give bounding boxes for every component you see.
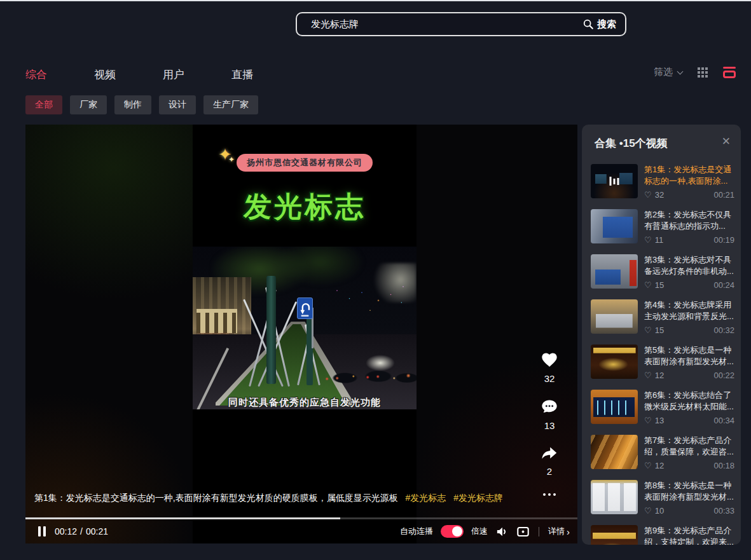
collection-video-item[interactable]: 第8集：发光标志是一种表面附涂有新型发光材... ♡ 10 00:33 bbox=[591, 480, 734, 517]
video-duration: 00:18 bbox=[713, 461, 734, 470]
filter-chip[interactable]: 厂家 bbox=[70, 95, 107, 114]
grid-icon bbox=[698, 67, 700, 70]
video-player[interactable]: ✦ 扬州市恩信交通器材有限公司 发光标志 bbox=[25, 125, 577, 543]
heart-outline-icon: ♡ bbox=[644, 416, 652, 425]
company-banner: 扬州市恩信交通器材有限公司 bbox=[237, 154, 373, 172]
collection-video-item[interactable]: 第3集：发光标志对不具备远光灯条件的非机动... ♡ 15 00:24 bbox=[591, 254, 734, 291]
search-button[interactable]: 搜索 bbox=[582, 18, 616, 31]
close-icon[interactable]: ✕ bbox=[722, 135, 731, 148]
details-label: 详情 bbox=[548, 526, 565, 537]
comment-button[interactable] bbox=[541, 398, 558, 416]
filter-label: 筛选 bbox=[654, 66, 673, 78]
video-title: 第4集：发光标志牌采用主动发光源和背景反光... bbox=[644, 299, 734, 322]
like-count: 13 bbox=[655, 416, 664, 425]
collection-video-item[interactable]: 第5集：发光标志是一种表面附涂有新型发光材... ♡ 12 00:22 bbox=[591, 345, 734, 381]
collection-title: 合集 •15个视频 bbox=[595, 137, 668, 149]
pause-icon bbox=[38, 526, 41, 536]
video-thumbnail[interactable] bbox=[591, 435, 638, 469]
collection-video-item[interactable]: 第4集：发光标志牌采用主动发光源和背景反光... ♡ 15 00:32 bbox=[591, 299, 734, 336]
like-count: 10 bbox=[655, 506, 664, 516]
video-thumbnail[interactable] bbox=[591, 480, 638, 514]
hashtag-link[interactable]: #发光标志 bbox=[406, 493, 446, 503]
video-duration: 00:32 bbox=[713, 325, 734, 335]
collection-video-item[interactable]: 第2集：发光标志不仅具有普通标志的指示功... ♡ 11 00:19 bbox=[591, 209, 734, 246]
collection-list: 第1集：发光标志是交通标志的一种,表面附涂... ♡ 32 00:21 第2集：… bbox=[591, 159, 734, 545]
video-subtitle: 同时还具备优秀的应急自发光功能 bbox=[193, 397, 417, 409]
heart-outline-icon: ♡ bbox=[644, 280, 652, 290]
search-bar: 搜索 bbox=[296, 12, 626, 36]
autoplay-label: 自动连播 bbox=[400, 526, 433, 537]
pause-button[interactable] bbox=[38, 526, 46, 536]
video-duration: 00:19 bbox=[713, 235, 734, 245]
video-thumbnail[interactable] bbox=[591, 390, 638, 424]
video-thumbnail[interactable] bbox=[591, 345, 638, 379]
filter-chip[interactable]: 设计 bbox=[159, 95, 196, 114]
video-title: 第3集：发光标志对不具备远光灯条件的非机动... bbox=[644, 254, 734, 277]
collection-video-item[interactable]: 第9集：发光标志产品介绍，支持定制，欢迎来... ♡ bbox=[591, 525, 734, 545]
result-tab[interactable]: 用户 bbox=[163, 67, 184, 82]
u-turn-road-sign bbox=[297, 297, 313, 319]
like-count: 15 bbox=[655, 325, 664, 335]
sparkle-icon: ✦ bbox=[218, 145, 232, 165]
headlight-glow bbox=[366, 355, 395, 371]
street-scene-image bbox=[193, 247, 417, 409]
heart-outline-icon: ♡ bbox=[644, 371, 652, 380]
details-button[interactable]: 详情 › bbox=[548, 526, 570, 537]
chevron-down-icon bbox=[677, 68, 684, 74]
share-count: 2 bbox=[547, 466, 552, 477]
chevron-right-icon: › bbox=[567, 526, 570, 537]
video-thumbnail[interactable] bbox=[591, 254, 638, 289]
collection-video-item[interactable]: 第6集：发光标志结合了微米级反光材料太阳能... ♡ 13 00:34 bbox=[591, 390, 734, 427]
result-tab[interactable]: 视频 bbox=[94, 67, 116, 82]
volume-icon[interactable] bbox=[495, 525, 509, 538]
video-duration: 00:22 bbox=[713, 371, 734, 380]
action-rail: 32 13 2 bbox=[535, 351, 563, 496]
video-thumbnail[interactable] bbox=[591, 209, 638, 243]
video-thumbnail[interactable] bbox=[591, 525, 638, 545]
video-title: 第2集：发光标志不仅具有普通标志的指示功... bbox=[644, 209, 734, 232]
autoplay-toggle[interactable] bbox=[441, 525, 464, 538]
building-facade bbox=[196, 309, 237, 333]
video-title: 第6集：发光标志结合了微米级反光材料太阳能... bbox=[644, 390, 734, 413]
like-count: 32 bbox=[544, 373, 555, 384]
hashtag-link[interactable]: #发光标志牌 bbox=[453, 493, 503, 503]
video-duration: 00:34 bbox=[713, 416, 734, 425]
video-duration: 00:24 bbox=[713, 280, 734, 290]
filter-button[interactable]: 筛选 bbox=[654, 66, 682, 78]
fullscreen-icon[interactable] bbox=[516, 525, 530, 538]
filter-chip[interactable]: 生产厂家 bbox=[203, 95, 258, 114]
video-title: 第7集：发光标志产品介绍，质量保障，欢迎咨... bbox=[644, 435, 734, 458]
video-frame[interactable]: ✦ 扬州市恩信交通器材有限公司 发光标志 bbox=[193, 125, 417, 543]
collection-panel: 合集 •15个视频 ✕ 第1集：发光标志是交通标志的一种,表面附涂... ♡ 3… bbox=[582, 125, 741, 545]
search-input[interactable] bbox=[311, 19, 582, 30]
filter-chip[interactable]: 制作 bbox=[114, 95, 151, 114]
search-icon bbox=[582, 18, 594, 30]
heart-outline-icon: ♡ bbox=[644, 325, 652, 335]
video-description: 第1集：发光标志是交通标志的一种,表面附涂有新型发光材质的硬质膜板，属低度显示光… bbox=[34, 493, 503, 504]
result-tab[interactable]: 综合 bbox=[25, 67, 47, 82]
collection-header: 合集 •15个视频 ✕ bbox=[582, 125, 741, 159]
collection-video-item[interactable]: 第7集：发光标志产品介绍，质量保障，欢迎咨... ♡ 12 00:18 bbox=[591, 435, 734, 472]
search-button-label: 搜索 bbox=[597, 18, 616, 31]
comment-count: 13 bbox=[544, 420, 555, 431]
speed-button[interactable]: 倍速 bbox=[471, 526, 488, 537]
more-options-button[interactable] bbox=[543, 493, 556, 496]
collection-video-item[interactable]: 第1集：发光标志是交通标志的一种,表面附涂... ♡ 32 00:21 bbox=[591, 164, 734, 201]
video-thumbnail[interactable] bbox=[591, 299, 638, 334]
video-title: 第9集：发光标志产品介绍，支持定制，欢迎来... bbox=[644, 525, 734, 545]
heart-outline-icon: ♡ bbox=[644, 506, 652, 516]
filter-chips: 全部 厂家 制作 设计 生产厂家 bbox=[25, 95, 258, 114]
result-tab[interactable]: 直播 bbox=[231, 67, 253, 82]
like-count: 32 bbox=[655, 190, 664, 200]
time-separator: / bbox=[80, 526, 83, 536]
share-button[interactable] bbox=[540, 445, 559, 461]
video-title: 第5集：发光标志是一种表面附涂有新型发光材... bbox=[644, 345, 734, 367]
column-view-icon bbox=[723, 67, 736, 69]
heart-outline-icon: ♡ bbox=[644, 461, 652, 470]
filter-chip[interactable]: 全部 bbox=[25, 95, 62, 114]
like-count: 15 bbox=[655, 280, 664, 290]
single-column-view-button[interactable] bbox=[723, 67, 736, 78]
grid-view-button[interactable] bbox=[698, 67, 708, 78]
like-button[interactable] bbox=[540, 351, 559, 369]
video-thumbnail[interactable] bbox=[591, 164, 638, 198]
